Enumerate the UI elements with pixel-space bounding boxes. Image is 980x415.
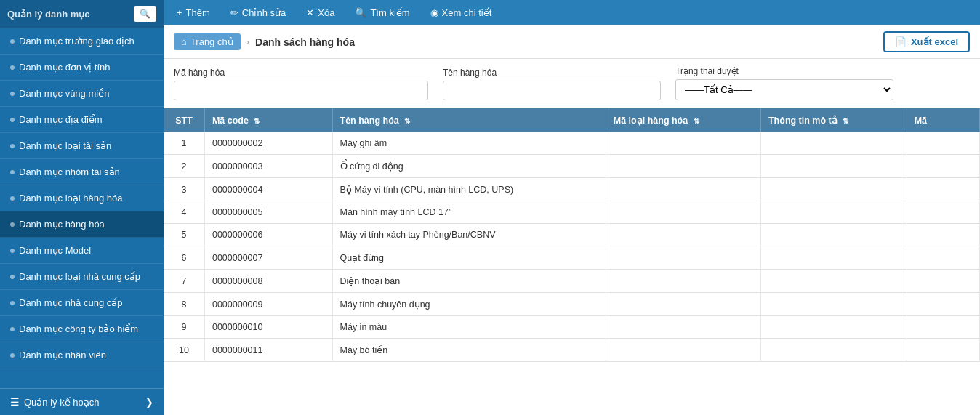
table-row[interactable]: 8 0000000009 Máy tính chuyên dụng: [164, 293, 980, 316]
sidebar-dot-9: [10, 275, 15, 279]
sidebar-dot-11: [10, 327, 15, 331]
cell-tenhh-6: Điện thoại bàn: [332, 270, 606, 293]
sidebar-item-10[interactable]: Danh mục nhà cung cấp: [0, 290, 164, 316]
delete-label: Xóa: [318, 7, 334, 18]
delete-icon: ✕: [306, 7, 314, 18]
cell-maloai-3: [606, 201, 760, 224]
search-button[interactable]: 🔍 Tìm kiếm: [350, 4, 414, 21]
cell-tenhh-3: Màn hình máy tính LCD 17": [332, 201, 606, 224]
col-header-macode[interactable]: Mã code ⇅: [204, 108, 332, 132]
cell-macode-0: 0000000002: [204, 132, 332, 155]
sidebar-item-12[interactable]: Danh mục nhân viên: [0, 342, 164, 368]
sidebar-bottom-label: Quản lý kế hoạch: [24, 397, 100, 408]
export-icon: 📄: [895, 36, 907, 47]
sidebar-bottom-item[interactable]: ☰ Quản lý kế hoạch ❯: [0, 388, 164, 415]
cell-tenhh-1: Ổ cứng di động: [332, 155, 606, 178]
sidebar-item-5[interactable]: Danh mục nhóm tài sản: [0, 159, 164, 185]
trang-thai-select[interactable]: ——Tất Cả——: [675, 79, 893, 100]
sidebar-item-2[interactable]: Danh mục vùng miền: [0, 81, 164, 107]
delete-button[interactable]: ✕ Xóa: [302, 4, 339, 21]
sidebar-item-label-6: Danh mục loại hàng hóa: [19, 193, 122, 204]
sidebar-item-6[interactable]: Danh mục loại hàng hóa: [0, 185, 164, 211]
sidebar-item-11[interactable]: Danh mục công ty bảo hiểm: [0, 316, 164, 342]
cell-macode-7: 0000000009: [204, 293, 332, 316]
sidebar-item-8[interactable]: Danh mục Model: [0, 238, 164, 264]
sidebar-dot-12: [10, 353, 15, 358]
ten-hang-hoa-input[interactable]: [443, 81, 661, 100]
export-label: Xuất excel: [911, 36, 958, 47]
export-excel-button[interactable]: 📄 Xuất excel: [883, 31, 970, 52]
home-label: Trang chủ: [190, 36, 233, 47]
add-icon: +: [177, 7, 182, 18]
sidebar-item-7[interactable]: Danh mục hàng hóa: [0, 211, 164, 238]
col-header-thongtin[interactable]: Thông tin mô tả ⇅: [760, 108, 907, 132]
cell-stt-0: 1: [164, 132, 204, 155]
search-icon: 🔍: [355, 7, 366, 18]
ma-hang-hoa-label: Mã hàng hóa: [174, 68, 428, 78]
cell-maloai-8: [606, 316, 760, 339]
table-row[interactable]: 9 0000000010 Máy in màu: [164, 316, 980, 339]
table-row[interactable]: 2 0000000003 Ổ cứng di động: [164, 155, 980, 178]
sidebar-chevron-right-icon: ❯: [145, 397, 153, 408]
table-row[interactable]: 7 0000000008 Điện thoại bàn: [164, 270, 980, 293]
filter-trang-thai: Trạng thái duyệt ——Tất Cả——: [675, 66, 893, 100]
cell-stt-2: 3: [164, 178, 204, 201]
ma-hang-hoa-input[interactable]: [174, 81, 428, 100]
sidebar-item-1[interactable]: Danh mục đơn vị tính: [0, 55, 164, 81]
sidebar-item-4[interactable]: Danh mục loại tài sản: [0, 133, 164, 159]
ten-hang-hoa-label: Tên hàng hóa: [443, 68, 661, 78]
sidebar-item-label-10: Danh mục nhà cung cấp: [19, 297, 122, 308]
col-header-maloaihh[interactable]: Mã loại hàng hóa ⇅: [606, 108, 760, 132]
table-row[interactable]: 1 0000000002 Máy ghi âm: [164, 132, 980, 155]
cell-thongtin-4: [760, 224, 907, 246]
cell-stt-3: 4: [164, 201, 204, 224]
edit-button[interactable]: ✏ Chỉnh sửa: [226, 4, 290, 21]
cell-macode-6: 0000000008: [204, 270, 332, 293]
cell-thongtin-9: [760, 339, 907, 362]
cell-tenhh-8: Máy in màu: [332, 316, 606, 339]
table-row[interactable]: 10 0000000011 Máy bó tiền: [164, 339, 980, 362]
cell-macode-4: 0000000006: [204, 224, 332, 246]
sidebar-search-button[interactable]: 🔍: [134, 6, 156, 22]
table-row[interactable]: 5 0000000006 Máy vi tính xách tay Phòng/…: [164, 224, 980, 246]
cell-ma-3: [907, 201, 979, 224]
table-row[interactable]: 4 0000000005 Màn hình máy tính LCD 17": [164, 201, 980, 224]
filter-ten-hang-hoa: Tên hàng hóa: [443, 68, 661, 100]
cell-maloai-6: [606, 270, 760, 293]
cell-stt-8: 9: [164, 316, 204, 339]
sidebar-item-3[interactable]: Danh mục địa điểm: [0, 107, 164, 133]
table-row[interactable]: 6 0000000007 Quạt đứng: [164, 246, 980, 270]
sidebar-item-label-4: Danh mục loại tài sản: [19, 140, 111, 151]
sidebar: Quản lý danh mục 🔍 Danh mục trường giao …: [0, 0, 164, 415]
cell-stt-7: 8: [164, 293, 204, 316]
add-button[interactable]: + Thêm: [172, 4, 214, 21]
cell-thongtin-0: [760, 132, 907, 155]
sort-icon-maloaihh: ⇅: [694, 117, 699, 125]
cell-thongtin-8: [760, 316, 907, 339]
sidebar-header-text: Quản lý danh mục: [7, 9, 90, 20]
cell-ma-9: [907, 339, 979, 362]
table-header-row: STT Mã code ⇅ Tên hàng hóa ⇅ Mã loại hàn…: [164, 108, 980, 132]
col-header-stt: STT: [164, 108, 204, 132]
table-row[interactable]: 3 0000000004 Bộ Máy vi tính (CPU, màn hì…: [164, 178, 980, 201]
cell-ma-0: [907, 132, 979, 155]
hang-hoa-table: STT Mã code ⇅ Tên hàng hóa ⇅ Mã loại hàn…: [164, 108, 980, 362]
sidebar-header: Quản lý danh mục 🔍: [0, 0, 164, 28]
cell-thongtin-2: [760, 178, 907, 201]
sidebar-item-9[interactable]: Danh mục loại nhà cung cấp: [0, 264, 164, 290]
sidebar-item-0[interactable]: Danh mục trường giao dịch: [0, 28, 164, 55]
view-detail-button[interactable]: ◉ Xem chi tiết: [426, 4, 497, 21]
cell-thongtin-1: [760, 155, 907, 178]
cell-tenhh-4: Máy vi tính xách tay Phòng/Ban/CBNV: [332, 224, 606, 246]
sidebar-item-label-1: Danh mục đơn vị tính: [19, 62, 111, 73]
cell-maloai-0: [606, 132, 760, 155]
breadcrumb-home[interactable]: ⌂ Trang chủ: [174, 33, 241, 50]
filter-row: Mã hàng hóa Tên hàng hóa Trạng thái duyệ…: [164, 59, 980, 108]
sidebar-item-label-12: Danh mục nhân viên: [19, 350, 106, 360]
cell-ma-7: [907, 293, 979, 316]
sidebar-item-label-0: Danh mục trường giao dịch: [19, 36, 134, 47]
cell-stt-5: 6: [164, 246, 204, 270]
col-header-tenhh[interactable]: Tên hàng hóa ⇅: [332, 108, 606, 132]
breadcrumb-separator: ›: [246, 36, 249, 47]
cell-ma-8: [907, 316, 979, 339]
